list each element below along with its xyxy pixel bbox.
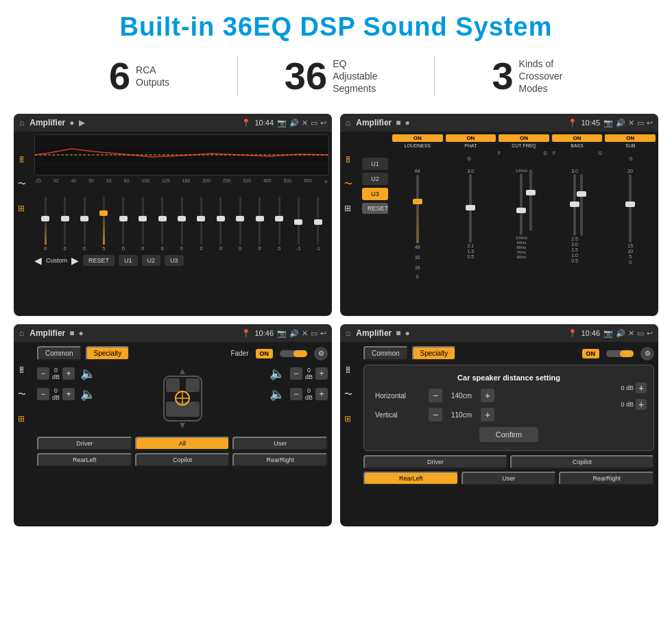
dist-db2-plus[interactable]: +: [636, 399, 647, 410]
eq-icon-2[interactable]: 🎚: [344, 155, 352, 164]
confirm-button[interactable]: Confirm: [479, 427, 539, 442]
speaker-split-icon-3[interactable]: ⊞: [18, 414, 26, 424]
cross-u3-btn[interactable]: U3: [362, 188, 388, 200]
eq-freq-labels: 25 32 40 50 63 80 100 125 160 200 250 32…: [34, 178, 329, 185]
dist-vertical-label: Vertical: [375, 411, 423, 419]
back-icon-4[interactable]: ↩: [647, 329, 653, 338]
fader-rl-minus[interactable]: −: [37, 388, 49, 400]
fader-ll-minus[interactable]: −: [37, 367, 49, 380]
eq-next-btn[interactable]: ▶: [71, 255, 79, 266]
loudness-on-btn[interactable]: ON: [392, 134, 443, 142]
fader-time: 📍 10:46 📷 🔊 ✕ ▭ ↩: [241, 329, 326, 338]
fader-driver-btn[interactable]: Driver: [37, 437, 132, 450]
fader-user-btn[interactable]: User: [232, 437, 328, 450]
home-icon[interactable]: ⌂: [19, 118, 24, 127]
dist-copilot-btn[interactable]: Copilot: [510, 455, 654, 469]
dist-common-tab[interactable]: Common: [363, 346, 408, 361]
fader-common-tab[interactable]: Common: [37, 346, 82, 361]
fader-rrb-plus[interactable]: +: [315, 388, 328, 400]
distance-dialog: Car speaker distance setting Horizontal …: [363, 365, 654, 451]
fader-title: Amplifier: [29, 328, 65, 338]
home-icon-3[interactable]: ⌂: [19, 328, 24, 338]
dot-icon-2: ■: [396, 118, 400, 127]
back-icon-2[interactable]: ↩: [647, 119, 653, 127]
window-icon-2[interactable]: ▭: [637, 119, 644, 127]
dist-vertical-minus[interactable]: −: [429, 408, 442, 422]
eq-icon-3[interactable]: 🎚: [18, 365, 26, 375]
eq-reset-btn[interactable]: RESET: [83, 255, 115, 266]
volume-icon-3[interactable]: 🔊: [289, 329, 299, 338]
dot-icon-6: ■: [396, 328, 400, 338]
window-icon-4[interactable]: ▭: [637, 329, 644, 338]
home-icon-2[interactable]: ⌂: [346, 118, 350, 127]
dist-db1-plus[interactable]: +: [636, 382, 647, 393]
eq-u3-btn[interactable]: U3: [165, 255, 184, 266]
dist-driver-btn[interactable]: Driver: [363, 455, 507, 469]
back-icon[interactable]: ↩: [320, 119, 326, 127]
sub-on-btn[interactable]: ON: [605, 134, 656, 142]
cross-u2-btn[interactable]: U2: [362, 173, 388, 185]
speaker-split-icon[interactable]: ⊞: [18, 204, 26, 213]
eq-u2-btn[interactable]: U2: [142, 255, 161, 266]
eq-screenshot: ⌂ Amplifier ● ▶ 📍 10:44 📷 🔊 ✕ ▭ ↩ 🎚 〜: [14, 114, 332, 316]
dist-settings-btn[interactable]: ⚙: [640, 347, 654, 361]
fader-rearleft-btn[interactable]: RearLeft: [37, 453, 132, 467]
home-icon-4[interactable]: ⌂: [346, 328, 350, 338]
volume-icon-4[interactable]: 🔊: [616, 329, 625, 338]
speaker-split-icon-4[interactable]: ⊞: [344, 414, 352, 424]
bass-on-btn[interactable]: ON: [552, 134, 603, 142]
fader-rr-minus[interactable]: −: [290, 367, 302, 380]
dist-horizontal-plus[interactable]: +: [481, 389, 494, 402]
phat-on-btn[interactable]: ON: [446, 134, 496, 142]
fader-left-bottom: − 0 dB + 🔈: [37, 387, 95, 402]
dist-horizontal-minus[interactable]: −: [429, 389, 442, 402]
fader-specialty-tab[interactable]: Specialty: [86, 346, 130, 361]
fader-rrb-minus[interactable]: −: [290, 388, 302, 400]
fader-rl-plus[interactable]: +: [62, 388, 75, 400]
eq-u1-btn[interactable]: U1: [119, 255, 138, 266]
dist-time: 📍 10:46 📷 🔊 ✕ ▭ ↩: [568, 329, 653, 338]
speaker-split-icon-2[interactable]: ⊞: [344, 204, 352, 213]
camera-icon-4[interactable]: 📷: [603, 329, 613, 338]
eq-icon[interactable]: 🎚: [18, 155, 26, 164]
camera-icon[interactable]: 📷: [277, 119, 287, 127]
back-icon-3[interactable]: ↩: [320, 329, 326, 338]
fader-right-bottom: 🔈 − 0 dB +: [269, 387, 328, 402]
camera-icon-3[interactable]: 📷: [277, 329, 287, 338]
fader-settings-btn[interactable]: ⚙: [314, 347, 328, 361]
dist-toggle[interactable]: [606, 350, 634, 357]
wave-icon-4[interactable]: 〜: [344, 389, 352, 400]
fader-side-icons: 🎚 〜 ⊞: [18, 365, 26, 424]
eq-prev-btn[interactable]: ◀: [34, 255, 42, 266]
window-icon-3[interactable]: ▭: [311, 329, 317, 338]
dist-vertical-plus[interactable]: +: [481, 408, 494, 422]
wave-icon-2[interactable]: 〜: [344, 178, 352, 190]
fader-label: Fader: [230, 350, 248, 357]
cross-reset-btn[interactable]: RESET: [362, 203, 388, 214]
fader-on-indicator: ON: [256, 349, 274, 358]
volume-icon-2[interactable]: 🔊: [616, 119, 625, 127]
cross-u1-btn[interactable]: U1: [362, 158, 388, 170]
close-icon-2[interactable]: ✕: [628, 119, 634, 127]
fader-rr-plus[interactable]: +: [315, 367, 328, 380]
wave-icon-3[interactable]: 〜: [18, 389, 26, 400]
dist-rearleft-btn[interactable]: RearLeft: [363, 472, 459, 485]
fader-rearright-btn[interactable]: RearRight: [232, 453, 328, 467]
close-icon-4[interactable]: ✕: [628, 329, 634, 338]
volume-icon[interactable]: 🔊: [289, 119, 299, 127]
wave-icon[interactable]: 〜: [18, 178, 26, 190]
cross-presets: U1 U2 U3 RESET: [362, 134, 388, 316]
fader-copilot-btn[interactable]: Copilot: [135, 453, 230, 467]
cutfreq-on-btn[interactable]: ON: [499, 134, 549, 142]
close-icon[interactable]: ✕: [302, 119, 308, 127]
dist-user-btn[interactable]: User: [461, 472, 557, 485]
dist-specialty-tab[interactable]: Specialty: [412, 346, 457, 361]
fader-all-btn[interactable]: All: [135, 437, 230, 450]
play-icon[interactable]: ▶: [79, 118, 85, 127]
dist-rearright-btn[interactable]: RearRight: [559, 472, 654, 485]
fader-ll-plus[interactable]: +: [62, 367, 75, 380]
window-icon[interactable]: ▭: [311, 119, 317, 127]
eq-icon-4[interactable]: 🎚: [344, 365, 352, 375]
camera-icon-2[interactable]: 📷: [603, 119, 613, 127]
close-icon-3[interactable]: ✕: [302, 329, 308, 338]
